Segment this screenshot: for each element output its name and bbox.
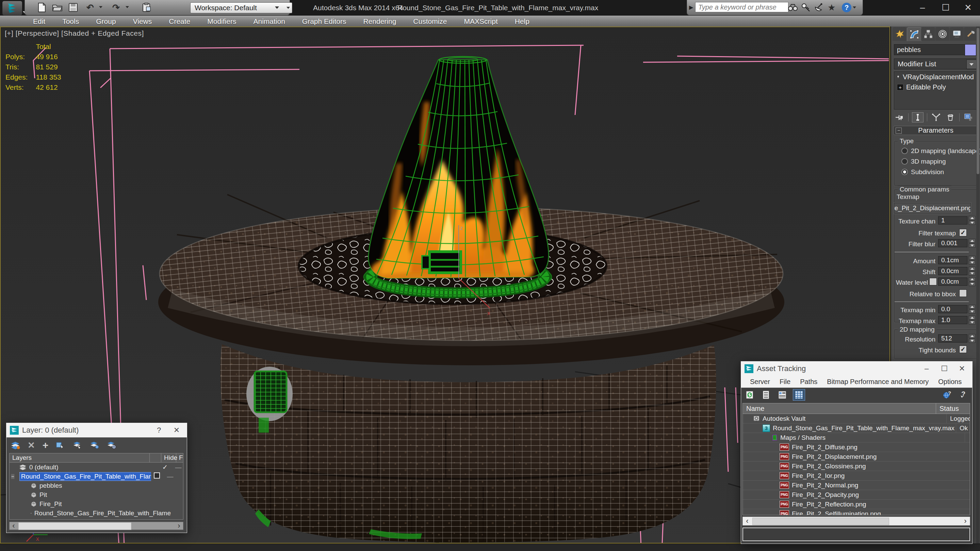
highlight-selected-layers-button[interactable] bbox=[73, 441, 82, 449]
create-new-layer-button[interactable] bbox=[11, 441, 20, 449]
add-to-layer-button[interactable]: + bbox=[43, 440, 49, 451]
asset-hscrollbar[interactable]: ‹ › bbox=[743, 517, 970, 526]
shift-spinner[interactable] bbox=[969, 267, 975, 275]
asset-row[interactable]: PNGFire_Pit_2_Displacement.png Found bbox=[743, 452, 970, 462]
object-row[interactable]: Fire_Pit — bbox=[10, 499, 183, 508]
scroll-left-icon[interactable]: ‹ bbox=[743, 517, 752, 525]
menu-server[interactable]: Server bbox=[745, 378, 775, 386]
water-level-spinner[interactable] bbox=[969, 277, 975, 286]
texmap-min-field[interactable]: 0.0 bbox=[938, 305, 967, 313]
radio-subdivision-label[interactable]: Subdivision bbox=[911, 168, 944, 176]
asset-row[interactable]: Maps / Shaders bbox=[743, 433, 970, 443]
resolution-field[interactable]: 512 bbox=[938, 334, 967, 343]
redo-dropdown-icon[interactable] bbox=[126, 6, 129, 8]
asset-name[interactable]: Fire_Pit_2_Ior.png bbox=[792, 472, 845, 480]
modifier-stack-row[interactable]: VRayDisplacementMod bbox=[894, 72, 977, 82]
tab-create[interactable] bbox=[892, 27, 907, 41]
texture-chan-field[interactable]: 1 bbox=[938, 216, 967, 224]
maximize-button[interactable]: ☐ bbox=[938, 2, 953, 14]
water-level-field[interactable]: 0.0cm bbox=[938, 278, 967, 286]
menu-graph-editors[interactable]: Graph Editors bbox=[294, 16, 355, 27]
texmap-max-field[interactable]: 1.0 bbox=[938, 316, 967, 324]
modifier-list-dropdown[interactable]: Modifier List bbox=[894, 59, 978, 69]
layer-hscrollbar[interactable]: ‹ › bbox=[9, 522, 183, 530]
collapse-branch-icon[interactable]: − bbox=[11, 474, 14, 479]
refresh-button[interactable] bbox=[744, 389, 756, 400]
expand-icon[interactable]: + bbox=[897, 84, 904, 91]
favorites-button[interactable]: ★ bbox=[825, 2, 838, 13]
menu-views[interactable]: Views bbox=[124, 16, 161, 27]
radio-2d-mapping[interactable] bbox=[901, 148, 908, 154]
asset-row[interactable]: PNGFire_Pit_2_Reflection.png Found bbox=[743, 500, 970, 509]
scroll-left-icon[interactable]: ‹ bbox=[10, 522, 18, 530]
menu-modifiers[interactable]: Modifiers bbox=[199, 16, 245, 27]
close-button[interactable]: ✕ bbox=[953, 362, 971, 376]
search-input[interactable] bbox=[695, 2, 788, 12]
remove-modifier-button[interactable] bbox=[945, 113, 956, 122]
lightbulb-icon[interactable] bbox=[897, 73, 899, 80]
asset-name[interactable]: Fire_Pit_2_Opacity.png bbox=[792, 491, 859, 499]
pin-stack-button[interactable] bbox=[894, 113, 905, 122]
texmap-min-spinner[interactable] bbox=[969, 305, 975, 314]
undo-dropdown-icon[interactable] bbox=[99, 6, 102, 8]
asset-row[interactable]: 3 Round_Stone_Gas_Fire_Pit_Table_with_Fl… bbox=[743, 424, 970, 433]
parameters-rollout-header[interactable]: − Parameters bbox=[893, 126, 978, 135]
asset-row[interactable]: Autodesk Vault Logged Ou bbox=[743, 414, 970, 424]
redo-button[interactable]: ↷ bbox=[109, 2, 123, 13]
hide-freeze-layer-button[interactable] bbox=[90, 441, 99, 449]
object-name[interactable]: Fire_Pit bbox=[40, 500, 62, 508]
asset-name[interactable]: Fire_Pit_2_Glossines.png bbox=[792, 462, 866, 470]
hide-toggle[interactable]: — bbox=[182, 510, 183, 517]
shift-field[interactable]: 0.0cm bbox=[938, 267, 967, 275]
table-view-button[interactable] bbox=[793, 389, 805, 401]
make-unique-button[interactable] bbox=[931, 113, 942, 122]
menu-bitmap-performance[interactable]: Bitmap Performance and Memory bbox=[822, 378, 933, 386]
radio-3d-mapping-label[interactable]: 3D mapping bbox=[911, 158, 946, 165]
asset-row[interactable]: PNGFire_Pit_2_Diffuse.png Found bbox=[743, 443, 970, 452]
configure-modifier-sets-button[interactable] bbox=[963, 113, 974, 122]
asset-name[interactable]: Fire_Pit_2_Reflection.png bbox=[792, 501, 866, 508]
toolbar-overflow-button[interactable] bbox=[271, 2, 283, 13]
list-view-button[interactable] bbox=[760, 389, 772, 400]
open-file-button[interactable] bbox=[51, 2, 64, 13]
col-name[interactable]: Name bbox=[743, 403, 936, 414]
modifier-name[interactable]: VRayDisplacementMod bbox=[903, 73, 974, 81]
modifier-stack[interactable]: VRayDisplacementMod + Editable Poly bbox=[894, 71, 978, 110]
water-level-checkbox[interactable] bbox=[929, 278, 937, 285]
relative-bbox-checkbox[interactable] bbox=[959, 289, 967, 297]
menu-options[interactable]: Options bbox=[933, 378, 966, 386]
menu-group[interactable]: Group bbox=[88, 16, 124, 27]
menu-file[interactable]: File bbox=[775, 378, 795, 386]
radio-3d-mapping[interactable] bbox=[901, 158, 908, 165]
col-layers[interactable]: Layers bbox=[10, 453, 150, 462]
hide-toggle[interactable]: — bbox=[163, 473, 178, 480]
asset-table[interactable]: Name Status Autodesk Vault Logged Ou 3 R… bbox=[743, 403, 970, 515]
sign-in-button[interactable] bbox=[799, 2, 812, 13]
layers-table[interactable]: Layers Hide F 0 (default) ✓ — − Round_St… bbox=[9, 453, 183, 520]
hide-toggle[interactable]: — bbox=[182, 500, 183, 508]
command-panel-scrollbar[interactable] bbox=[976, 27, 980, 551]
context-help-button[interactable]: ? bbox=[957, 389, 969, 400]
modifier-stack-row[interactable]: + Editable Poly bbox=[894, 82, 977, 92]
close-button[interactable]: ✕ bbox=[960, 2, 976, 14]
minimize-button[interactable]: – bbox=[918, 362, 935, 376]
undo-button[interactable]: ↶ bbox=[83, 2, 97, 13]
scroll-right-icon[interactable]: › bbox=[961, 517, 970, 525]
asset-row[interactable]: PNGFire_Pit_2_Selfillumination.png Found bbox=[743, 509, 970, 515]
help-button[interactable]: ? bbox=[150, 423, 168, 437]
layer-row-selected[interactable]: − Round_Stone_Gas_Fire_Pit_Table_with_Fl… bbox=[10, 472, 183, 481]
tab-hierarchy[interactable] bbox=[921, 27, 935, 41]
menu-customize[interactable]: Customize bbox=[404, 16, 455, 27]
select-highlighted-button[interactable] bbox=[56, 441, 65, 449]
col-freeze[interactable]: F bbox=[176, 453, 183, 462]
object-name[interactable]: pebbles bbox=[40, 482, 62, 489]
scroll-right-icon[interactable]: › bbox=[175, 522, 183, 530]
radio-subdivision[interactable] bbox=[901, 169, 908, 175]
current-layer-box[interactable] bbox=[151, 472, 163, 480]
object-row[interactable]: Round_Stone_Gas_Fire_Pit_Table_with_Flam… bbox=[10, 508, 183, 518]
asset-name[interactable]: Round_Stone_Gas_Fire_Pit_Table_with_Flam… bbox=[773, 424, 955, 432]
object-name[interactable]: Pit bbox=[40, 491, 47, 499]
menu-edit[interactable]: Edit bbox=[24, 16, 54, 27]
viewport-label[interactable]: [+] [Perspective] [Shaded + Edged Faces] bbox=[5, 29, 144, 37]
object-name-field[interactable] bbox=[894, 44, 967, 55]
